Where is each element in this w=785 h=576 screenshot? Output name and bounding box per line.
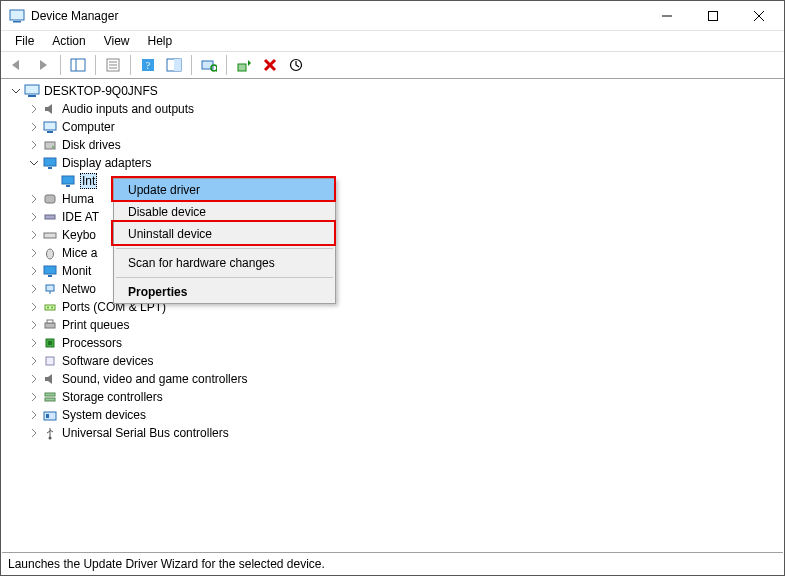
chevron-right-icon[interactable]	[26, 209, 42, 225]
speaker-icon	[42, 371, 58, 387]
ctx-uninstall-device[interactable]: Uninstall device	[114, 223, 335, 245]
software-icon	[42, 353, 58, 369]
category-label: Print queues	[62, 318, 129, 332]
back-button[interactable]	[5, 53, 29, 77]
ide-icon	[42, 209, 58, 225]
scan-hardware-button[interactable]	[197, 53, 221, 77]
svg-text:?: ?	[146, 60, 151, 71]
tree-category[interactable]: Print queues	[2, 316, 783, 334]
menubar: File Action View Help	[1, 31, 784, 51]
svg-rect-15	[174, 59, 181, 71]
cpu-icon	[42, 335, 58, 351]
svg-rect-19	[238, 64, 246, 71]
tree-category[interactable]: Software devices	[2, 352, 783, 370]
chevron-right-icon[interactable]	[26, 425, 42, 441]
storage-icon	[42, 389, 58, 405]
minimize-button[interactable]	[644, 1, 690, 31]
chevron-right-icon[interactable]	[26, 299, 42, 315]
svg-rect-24	[28, 95, 36, 97]
chevron-right-icon[interactable]	[26, 281, 42, 297]
chevron-right-icon[interactable]	[26, 191, 42, 207]
device-tree[interactable]: DESKTOP-9Q0JNFS Audio inputs and outputs…	[2, 81, 783, 551]
tree-category[interactable]: Processors	[2, 334, 783, 352]
tree-root[interactable]: DESKTOP-9Q0JNFS	[2, 82, 783, 100]
properties-button[interactable]	[101, 53, 125, 77]
chevron-right-icon[interactable]	[26, 317, 42, 333]
ctx-properties[interactable]: Properties	[114, 281, 335, 303]
ctx-separator	[116, 248, 333, 249]
tree-category[interactable]: Storage controllers	[2, 388, 783, 406]
ctx-scan-hardware[interactable]: Scan for hardware changes	[114, 252, 335, 274]
toolbar-separator	[60, 55, 61, 75]
chevron-right-icon[interactable]	[26, 353, 42, 369]
svg-rect-23	[25, 85, 39, 94]
chevron-right-icon[interactable]	[26, 101, 42, 117]
svg-rect-46	[45, 323, 55, 328]
close-button[interactable]	[736, 1, 782, 31]
tree-category[interactable]: Universal Serial Bus controllers	[2, 424, 783, 442]
monitor-icon	[42, 263, 58, 279]
svg-rect-51	[45, 377, 48, 381]
forward-button[interactable]	[31, 53, 55, 77]
ctx-update-driver[interactable]: Update driver	[114, 179, 335, 201]
svg-point-29	[52, 146, 54, 148]
help-button[interactable]: ?	[136, 53, 160, 77]
menu-file[interactable]: File	[7, 32, 42, 50]
svg-rect-25	[45, 107, 48, 111]
svg-rect-32	[62, 176, 74, 184]
update-driver-button[interactable]	[232, 53, 256, 77]
chevron-right-icon[interactable]	[26, 137, 42, 153]
chevron-right-icon[interactable]	[26, 371, 42, 387]
printer-icon	[42, 317, 58, 333]
chevron-right-icon[interactable]	[26, 335, 42, 351]
svg-point-38	[47, 249, 54, 259]
tree-category[interactable]: Display adapters	[2, 154, 783, 172]
uninstall-button[interactable]	[258, 53, 282, 77]
svg-rect-47	[47, 320, 53, 323]
hid-icon	[42, 191, 58, 207]
disk-icon	[42, 137, 58, 153]
chevron-right-icon[interactable]	[26, 245, 42, 261]
chevron-right-icon[interactable]	[26, 407, 42, 423]
chevron-right-icon[interactable]	[26, 389, 42, 405]
svg-line-18	[216, 70, 217, 72]
chevron-right-icon[interactable]	[26, 119, 42, 135]
svg-point-56	[49, 437, 52, 440]
menu-help[interactable]: Help	[140, 32, 181, 50]
menu-view[interactable]: View	[96, 32, 138, 50]
device-label: Int	[80, 173, 97, 189]
tree-category[interactable]: Sound, video and game controllers	[2, 370, 783, 388]
chevron-right-icon[interactable]	[26, 227, 42, 243]
svg-rect-1	[13, 21, 21, 23]
svg-rect-30	[44, 158, 56, 166]
category-label: Computer	[62, 120, 115, 134]
context-menu: Update driver Disable device Uninstall d…	[113, 178, 336, 304]
chevron-down-icon[interactable]	[26, 155, 42, 171]
svg-rect-34	[45, 195, 55, 203]
tree-category[interactable]: Computer	[2, 118, 783, 136]
usb-icon	[42, 425, 58, 441]
tree-category[interactable]: Disk drives	[2, 136, 783, 154]
chevron-down-icon[interactable]	[8, 83, 24, 99]
svg-point-44	[47, 307, 49, 309]
computer-icon	[42, 119, 58, 135]
svg-rect-41	[46, 285, 54, 291]
category-label: Monit	[62, 264, 91, 278]
chevron-right-icon[interactable]	[26, 263, 42, 279]
category-label: Huma	[62, 192, 94, 206]
show-hide-tree-button[interactable]	[66, 53, 90, 77]
titlebar: Device Manager	[1, 1, 784, 31]
toolbar-button[interactable]	[162, 53, 186, 77]
tree-category[interactable]: Audio inputs and outputs	[2, 100, 783, 118]
display-adapter-icon	[60, 173, 76, 189]
monitor-icon	[42, 155, 58, 171]
tree-category[interactable]: System devices	[2, 406, 783, 424]
svg-rect-49	[48, 341, 52, 345]
svg-rect-40	[48, 275, 52, 277]
svg-rect-31	[48, 167, 52, 169]
menu-action[interactable]: Action	[44, 32, 93, 50]
maximize-button[interactable]	[690, 1, 736, 31]
ctx-disable-device[interactable]: Disable device	[114, 201, 335, 223]
disable-button[interactable]	[284, 53, 308, 77]
system-icon	[42, 407, 58, 423]
